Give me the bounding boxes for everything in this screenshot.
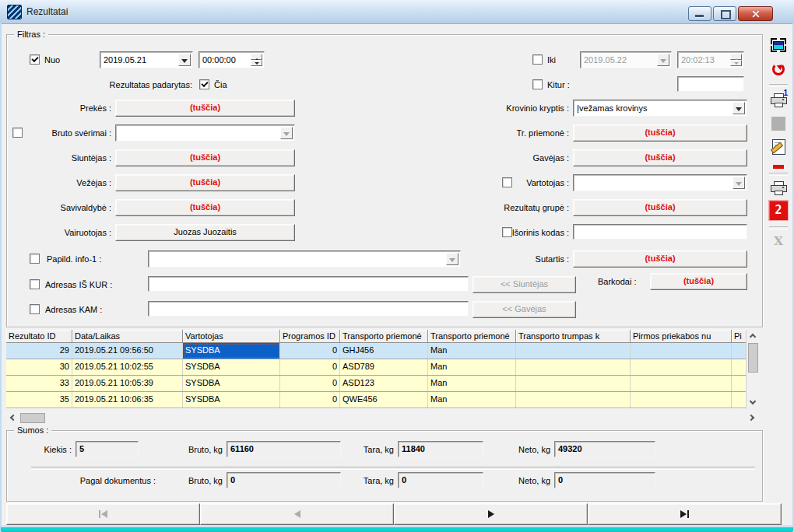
nav-last-button[interactable] [588,503,782,525]
toolbar-print-preview-button[interactable]: 1 [768,89,789,110]
toolbar-page2-button[interactable]: 2 [768,200,789,220]
column-header-rezultato-id[interactable]: Rezultato ID [6,330,72,343]
krovinio-kryptis-dropdown-icon[interactable] [733,102,745,114]
bruto-sverimai-checkbox[interactable] [12,128,23,138]
column-header-pi[interactable]: Pi [732,330,746,343]
table-row[interactable]: 35 2019.05.21 10:06:35 SYSDBA 0 QWE456 M… [6,392,759,408]
cell[interactable] [631,376,732,391]
toolbar-edit-document-button[interactable] [768,137,789,157]
cell[interactable]: Man [428,359,516,375]
scroll-left-button[interactable] [6,411,19,424]
cell[interactable] [516,392,631,408]
toolbar-fit-window-button[interactable] [768,35,789,55]
selected-cell[interactable]: SYSDBA [183,343,280,359]
cell[interactable]: 2019.05.21 09:56:50 [72,343,183,359]
cell[interactable]: 30 [6,359,72,375]
tr-priemone-button[interactable]: (tuščia) [573,124,747,142]
cell[interactable] [631,359,732,375]
cell[interactable]: SYSDBA [183,392,280,408]
cell[interactable]: SYSDBA [183,376,280,391]
prekes-button[interactable]: (tuščia) [115,100,295,117]
spin-up-icon[interactable] [251,54,262,60]
toolbar-print-button[interactable] [768,177,789,198]
nuo-time-field[interactable]: 00:00:00 [198,51,265,68]
cell[interactable]: 33 [6,376,72,391]
cell[interactable] [732,392,746,408]
gavejas-button[interactable]: (tuščia) [573,149,747,166]
isorinis-kodas-input[interactable] [573,224,747,240]
cell[interactable]: 0 [280,376,340,391]
cell[interactable]: Man [428,376,516,391]
scroll-down-button[interactable] [747,397,759,409]
nuo-date-combo[interactable]: 2019.05.21 [100,51,193,68]
cia-checkbox[interactable] [199,79,209,89]
table-row[interactable]: 33 2019.05.21 10:05:39 SYSDBA 0 ASD123 M… [6,376,759,392]
column-header-pirmos-priekabos[interactable]: Pirmos priekabos nu [631,330,732,343]
nav-next-button[interactable] [394,503,588,525]
minimize-button[interactable] [688,6,711,21]
rezultatu-grupe-button[interactable]: (tuščia) [573,199,747,216]
cell[interactable]: 35 [6,392,72,408]
cell[interactable]: SYSDBA [183,359,280,375]
papild-info-checkbox[interactable] [30,254,40,264]
column-header-data-laikas[interactable]: Data/Laikas [72,330,183,343]
vezejas-button[interactable]: (tuščia) [115,174,295,191]
adresas-is-kur-input[interactable] [148,276,469,292]
nuo-date-dropdown-icon[interactable] [178,54,191,66]
kitur-checkbox[interactable] [532,79,543,89]
barkodai-button[interactable]: (tuščia) [650,273,747,290]
cell[interactable]: Man [428,392,516,408]
vertical-scrollbar[interactable] [746,330,759,409]
spin-down-icon[interactable] [251,60,262,66]
cell[interactable]: 2019.05.21 10:05:39 [72,376,183,391]
toolbar-refresh-button[interactable] [768,59,789,79]
column-header-programos-id[interactable]: Programos ID [280,330,340,343]
cell[interactable] [732,359,746,375]
scroll-right-button[interactable] [747,411,759,424]
table-row[interactable]: 30 2019.05.21 10:02:55 SYSDBA 0 ASD789 M… [6,359,759,376]
siuntejas-button[interactable]: (tuščia) [115,149,295,166]
sutartis-button[interactable]: (tuščia) [573,250,747,268]
cell[interactable] [732,343,746,359]
cell[interactable] [732,376,746,391]
savivaldybe-button[interactable]: (tuščia) [115,199,295,216]
cell[interactable] [631,392,732,408]
column-header-vartotojas[interactable]: Vartotojas [183,330,280,343]
adresas-kam-input[interactable] [148,301,469,317]
vertical-scrollbar-thumb[interactable] [748,343,758,373]
toolbar-blank-button[interactable] [768,114,789,134]
adresas-is-kur-checkbox[interactable] [30,279,40,289]
maximize-button[interactable] [713,6,736,21]
scroll-up-button[interactable] [747,330,759,342]
nuo-time-spinner[interactable] [251,54,262,66]
cell[interactable]: ASD789 [340,359,428,375]
cell[interactable]: 0 [280,392,340,408]
vartotojas-checkbox[interactable] [502,177,512,187]
kitur-input[interactable] [677,76,744,92]
cell[interactable]: 0 [280,343,340,359]
isorinis-kodas-checkbox[interactable] [502,227,512,237]
iki-checkbox[interactable] [532,54,543,65]
horizontal-scrollbar[interactable] [6,411,759,425]
cell[interactable]: ASD123 [340,376,428,391]
cell[interactable]: GHJ456 [340,343,428,359]
cell[interactable]: 2019.05.21 10:06:35 [72,392,183,408]
cell[interactable]: QWE456 [340,392,428,408]
cell[interactable] [516,376,631,391]
nuo-checkbox[interactable] [30,54,40,65]
vairuotojas-button[interactable]: Juozas Juozaitis [115,224,295,241]
cell[interactable] [516,343,631,359]
adresas-kam-checkbox[interactable] [30,304,40,314]
cell[interactable]: Man [428,343,516,359]
table-row[interactable]: 29 2019.05.21 09:56:50 SYSDBA 0 GHJ456 M… [6,343,759,359]
cell[interactable] [631,343,732,359]
cell[interactable] [516,359,631,375]
cell[interactable]: 29 [6,343,72,359]
column-header-transporto-trumpas[interactable]: Transporto trumpas k [516,330,631,343]
column-header-transporto-priemone-1[interactable]: Transporto priemonė [340,330,428,343]
horizontal-scrollbar-thumb[interactable] [20,413,45,423]
titlebar[interactable]: Rezultatai [0,0,794,24]
krovinio-kryptis-combo[interactable]: Įvežamas krovinys [573,100,747,117]
cell[interactable]: 2019.05.21 10:02:55 [72,359,183,375]
column-header-transporto-priemone-2[interactable]: Transporto priemonė [428,330,516,343]
